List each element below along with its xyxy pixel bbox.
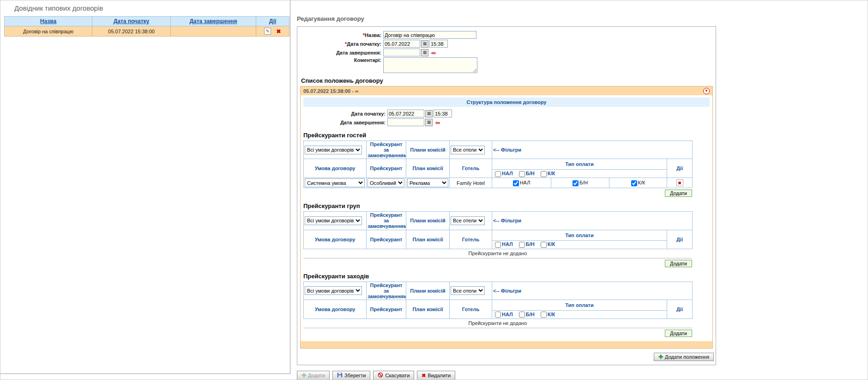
commission-plans-link[interactable]: Плани комісій	[406, 141, 450, 159]
contract-name-input[interactable]	[383, 31, 476, 39]
payment-filter-kk-checkbox[interactable]	[541, 312, 547, 318]
name-label: *Назва:	[299, 32, 383, 38]
payment-filter-nal[interactable]: НАЛ	[495, 241, 513, 247]
cancel-button[interactable]: Скасувати	[373, 371, 414, 380]
hotels-filter-select[interactable]: Все отели	[451, 146, 485, 154]
payment-filter-nal-checkbox[interactable]	[495, 242, 501, 248]
payment-filter-kk[interactable]: К/К	[541, 171, 555, 176]
payment-filter-bn-checkbox[interactable]	[519, 171, 525, 177]
payment-filter-kk[interactable]: К/К	[541, 241, 555, 247]
contract-start-cell: 05.07.2022 15:38:00	[92, 26, 171, 37]
column-pricelist: Прейскурант	[367, 159, 406, 178]
column-payment-type: Тип оплати	[492, 300, 667, 310]
payment-filter-nal[interactable]: НАЛ	[495, 171, 513, 176]
payment-filter-kk[interactable]: К/К	[541, 312, 555, 317]
infinity-icon[interactable]: ∞	[431, 49, 436, 56]
payment-filter-bn[interactable]: Б/Н	[519, 241, 535, 247]
contract-actions-cell: ✎ ✖	[256, 26, 289, 37]
commission-plans-link[interactable]: Плани комісій	[406, 212, 450, 230]
column-commission: План комісії	[406, 159, 450, 178]
section-title: Прейскуранти заходів	[303, 273, 710, 280]
row-condition-select[interactable]: Системна умова	[305, 178, 365, 187]
default-pricelist-link[interactable]: Прейскурант за замовчуванням	[367, 212, 406, 230]
filters-label: <-- Фільтри	[492, 282, 693, 300]
calendar-icon[interactable]: ▦	[425, 119, 433, 126]
contract-name-cell: Договір на співпрацю	[5, 26, 92, 37]
add-event-pricelist-button[interactable]: Додати	[665, 330, 692, 337]
start-date-input[interactable]	[383, 40, 420, 48]
filter-row: Всі умови договорів Прейскурант за замов…	[304, 282, 693, 300]
add-provision-button[interactable]: ✚ Додати положення	[654, 353, 714, 361]
column-hotel: Готель	[450, 159, 492, 178]
provision-structure-title: Структура положення договору	[303, 98, 710, 107]
infinity-icon[interactable]: ∞	[435, 119, 440, 126]
conditions-filter-select[interactable]: Всі умови договорів	[305, 146, 362, 154]
filter-row: Всі умови договорів Прейскурант за замов…	[304, 212, 693, 230]
column-header-end-date[interactable]: Дата завершення	[171, 17, 256, 26]
payment-filter-bn-checkbox[interactable]	[519, 242, 525, 248]
delete-icon: ✖	[422, 373, 426, 378]
column-commission: План комісії	[406, 230, 450, 249]
payment-filter-nal-checkbox[interactable]	[495, 171, 501, 177]
contracts-table: Назва Дата початку Дата завершення Дії Д…	[4, 16, 289, 37]
column-hotel: Готель	[450, 230, 492, 249]
conditions-filter-select[interactable]: Всі умови договорів	[305, 216, 362, 225]
comments-textarea[interactable]	[383, 57, 477, 73]
delete-button[interactable]: ✖ Видалити	[417, 371, 455, 380]
calendar-icon[interactable]: ▦	[421, 49, 428, 56]
row-payment-nal-checkbox[interactable]	[513, 180, 519, 186]
default-pricelist-link[interactable]: Прейскурант за замовчуванням	[367, 141, 406, 159]
row-payment-nal[interactable]: НАЛ	[513, 180, 530, 185]
end-date-field-row: Дата завершення: ▦ ∞	[299, 49, 714, 56]
row-payment-kk-checkbox[interactable]	[631, 180, 637, 186]
start-date-field-row: *Дата початку: ▦	[299, 40, 714, 48]
calendar-icon[interactable]: ▦	[421, 40, 428, 48]
payment-filter-bn[interactable]: Б/Н	[519, 171, 535, 176]
filters-label: <-- Фільтри	[492, 141, 693, 159]
column-header-start-date[interactable]: Дата початку	[92, 17, 171, 26]
provision-start-time-input[interactable]	[434, 110, 452, 117]
row-commission-select[interactable]: Реклама	[407, 178, 448, 187]
filter-row: Всі умови договорів Прейскурант за замов…	[304, 141, 693, 159]
row-payment-bn[interactable]: Б/Н	[573, 180, 588, 185]
default-pricelist-link[interactable]: Прейскурант за замовчуванням	[367, 282, 406, 300]
groups-pricing-table: Всі умови договорів Прейскурант за замов…	[303, 211, 693, 249]
column-actions: Дії	[667, 159, 693, 178]
empty-pricelists-message: Прейскуранти не додано	[303, 249, 692, 258]
calendar-icon[interactable]: ▦	[425, 110, 433, 117]
payment-filter-nal-checkbox[interactable]	[495, 312, 501, 318]
column-header-actions: Дії	[256, 17, 289, 26]
start-time-input[interactable]	[429, 40, 448, 48]
payment-filter-nal[interactable]: НАЛ	[495, 312, 513, 317]
collapse-provision-icon[interactable]: ▼	[703, 88, 710, 94]
row-payment-bn-checkbox[interactable]	[573, 180, 579, 186]
edit-contract-icon[interactable]: ✎	[264, 28, 271, 35]
provision-end-label: Дата завершення:	[303, 120, 387, 125]
end-date-input[interactable]	[383, 49, 420, 56]
commission-plans-link[interactable]: Плани комісій	[406, 282, 450, 300]
save-icon	[337, 372, 343, 379]
hotels-filter-select[interactable]: Все отели	[451, 216, 485, 225]
provisions-list-title: Список положень договору	[301, 77, 714, 84]
hotels-filter-select[interactable]: Все отели	[451, 286, 485, 295]
editor-toolbar: ✚ Додати Зберегти Скасувати ✖ Видалити	[297, 371, 868, 380]
provision-start-date-input[interactable]	[387, 110, 424, 117]
add-guest-pricelist-button[interactable]: Додати	[665, 190, 692, 197]
payment-filter-kk-checkbox[interactable]	[541, 171, 547, 177]
row-payment-kk[interactable]: К/К	[631, 180, 645, 185]
conditions-filter-select[interactable]: Всі умови договорів	[305, 286, 362, 295]
remove-pricelist-icon[interactable]: ✖	[676, 179, 683, 186]
add-group-pricelist-button[interactable]: Додати	[665, 260, 692, 267]
row-pricelist-select[interactable]: Особливий	[368, 178, 404, 187]
payment-filter-bn[interactable]: Б/Н	[519, 312, 535, 317]
add-contract-button[interactable]: ✚ Додати	[297, 371, 330, 380]
payment-filter-kk-checkbox[interactable]	[541, 242, 547, 248]
contract-row[interactable]: Договір на співпрацю 05.07.2022 15:38:00…	[5, 26, 289, 37]
payment-filter-bn-checkbox[interactable]	[519, 312, 525, 318]
provision-body: Структура положення договору Дата початк…	[301, 95, 712, 341]
provision-end-date-input[interactable]	[387, 118, 424, 126]
column-condition: Умова договору	[304, 230, 367, 249]
delete-contract-icon[interactable]: ✖	[277, 28, 281, 35]
save-button[interactable]: Зберегти	[332, 371, 370, 380]
column-header-name[interactable]: Назва	[5, 17, 92, 26]
